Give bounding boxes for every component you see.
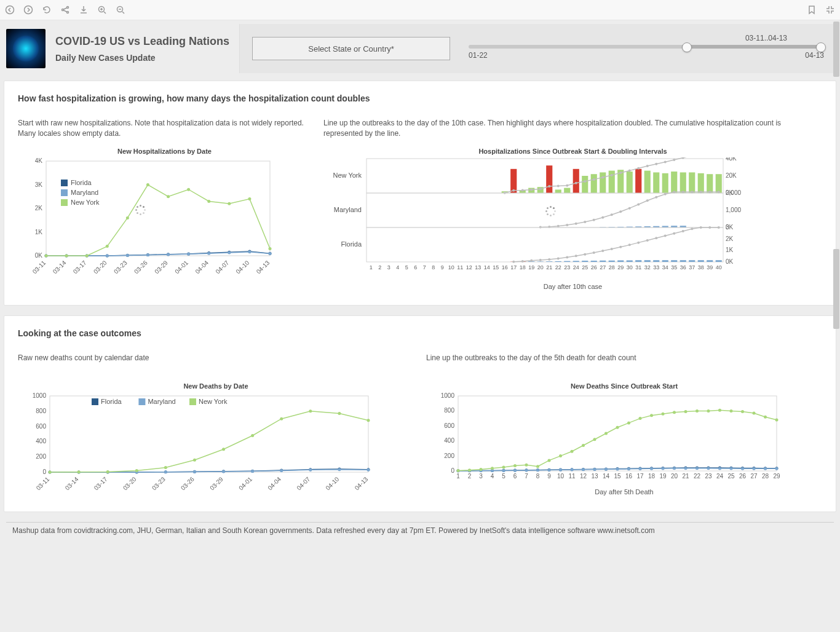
svg-point-209 — [700, 226, 702, 229]
forward-icon[interactable] — [23, 5, 33, 15]
svg-point-294 — [367, 468, 370, 472]
download-icon[interactable] — [79, 5, 89, 15]
svg-text:2: 2 — [378, 264, 381, 271]
svg-point-301 — [222, 448, 225, 451]
footer-text: Mashup data from covidtracking.com, JHU,… — [6, 522, 834, 539]
svg-point-293 — [338, 468, 341, 471]
svg-rect-311 — [189, 398, 196, 405]
svg-rect-307 — [92, 398, 98, 405]
svg-text:Maryland: Maryland — [148, 398, 175, 405]
bookmark-icon[interactable] — [807, 5, 817, 15]
loading-spinner-icon — [545, 205, 557, 218]
svg-point-202 — [637, 242, 640, 244]
zoom-out-icon[interactable] — [116, 5, 125, 15]
x-axis-label: Day after 10th case — [323, 283, 822, 290]
slider-thumb-left[interactable] — [682, 42, 692, 52]
svg-point-427 — [684, 410, 687, 413]
svg-text:8: 8 — [432, 264, 435, 271]
svg-text:12: 12 — [580, 473, 587, 480]
svg-text:03-14: 03-14 — [64, 475, 80, 491]
svg-rect-167 — [537, 261, 544, 262]
svg-rect-181 — [662, 260, 668, 262]
svg-text:1: 1 — [456, 473, 460, 480]
svg-point-413 — [525, 464, 528, 467]
svg-text:600: 600 — [36, 423, 46, 430]
svg-point-419 — [593, 438, 596, 441]
svg-text:3: 3 — [479, 473, 483, 480]
chart-desc: Start with raw new hospitalizations. Not… — [18, 118, 311, 139]
chart-title: New Deaths Since Outbreak Start — [426, 382, 822, 390]
svg-text:04-01: 04-01 — [173, 259, 189, 275]
svg-point-400 — [707, 467, 710, 470]
page-title: COVID-19 US vs Leading Nations — [55, 35, 229, 48]
svg-text:21: 21 — [682, 473, 689, 480]
back-icon[interactable] — [5, 5, 15, 15]
svg-point-408 — [468, 468, 471, 472]
svg-text:23: 23 — [705, 473, 712, 480]
svg-point-151 — [664, 193, 667, 196]
svg-point-157 — [718, 191, 720, 193]
svg-rect-175 — [609, 261, 615, 262]
svg-point-139 — [557, 225, 560, 227]
svg-text:24: 24 — [573, 264, 579, 271]
svg-text:Florida: Florida — [101, 398, 122, 405]
section-heading: Looking at the case outcomes — [18, 328, 822, 338]
scrollbar[interactable] — [833, 20, 840, 632]
svg-point-204 — [655, 237, 657, 239]
svg-text:1000: 1000 — [33, 392, 47, 399]
svg-text:20K: 20K — [726, 172, 737, 179]
svg-point-303 — [280, 417, 283, 421]
svg-text:7: 7 — [525, 473, 528, 480]
svg-point-392 — [616, 468, 619, 471]
svg-point-426 — [673, 411, 676, 414]
svg-text:30: 30 — [627, 264, 633, 271]
svg-text:9: 9 — [441, 264, 444, 271]
svg-point-196 — [584, 253, 586, 256]
svg-text:32: 32 — [644, 264, 651, 271]
svg-rect-81 — [582, 176, 588, 193]
svg-point-107 — [593, 178, 595, 181]
svg-text:37: 37 — [689, 264, 695, 271]
x-axis-label: Day after 5th Death — [426, 488, 822, 496]
svg-text:21: 21 — [546, 264, 552, 271]
chart-new-deaths-by-date: 0200400600800100003-1103-1403-1703-2003-… — [18, 392, 414, 497]
svg-rect-170 — [564, 261, 570, 262]
svg-text:Maryland: Maryland — [71, 189, 98, 196]
svg-rect-63 — [61, 189, 68, 196]
svg-text:19: 19 — [528, 264, 534, 271]
chart-desc: Line up the outbreaks to the day of the … — [323, 118, 822, 139]
svg-rect-173 — [591, 261, 597, 262]
svg-point-391 — [604, 468, 608, 471]
svg-point-428 — [695, 409, 699, 413]
svg-rect-183 — [680, 260, 686, 262]
svg-text:04-04: 04-04 — [266, 475, 282, 491]
svg-point-425 — [662, 413, 665, 416]
svg-rect-95 — [707, 174, 713, 193]
svg-point-56 — [187, 188, 190, 191]
svg-text:600: 600 — [444, 422, 454, 429]
svg-point-150 — [655, 196, 657, 199]
zoom-in-icon[interactable] — [97, 5, 107, 15]
svg-text:20: 20 — [671, 473, 678, 480]
svg-point-2 — [62, 9, 64, 11]
share-icon[interactable] — [60, 5, 70, 15]
refresh-icon[interactable] — [42, 5, 52, 15]
svg-text:03-11: 03-11 — [35, 475, 51, 491]
date-slider[interactable]: 03-11..04-13 01-22 04-13 — [469, 36, 824, 61]
svg-text:400: 400 — [36, 438, 46, 444]
svg-rect-180 — [653, 260, 659, 262]
svg-point-422 — [627, 421, 630, 424]
svg-point-297 — [106, 470, 109, 473]
svg-point-193 — [557, 257, 560, 259]
svg-point-382 — [502, 469, 505, 472]
svg-text:40K: 40K — [726, 157, 737, 162]
svg-text:13: 13 — [591, 473, 598, 480]
select-state-button[interactable]: Select State or Country* — [252, 37, 450, 60]
toolbar — [0, 0, 840, 20]
svg-text:25: 25 — [582, 264, 588, 271]
svg-point-296 — [77, 470, 81, 473]
svg-text:22: 22 — [555, 264, 561, 271]
collapse-icon[interactable] — [825, 5, 835, 15]
chart-new-deaths-since-outbreak: 0200400600800100012345678910111213141516… — [426, 392, 822, 484]
svg-text:1K: 1K — [726, 247, 734, 253]
